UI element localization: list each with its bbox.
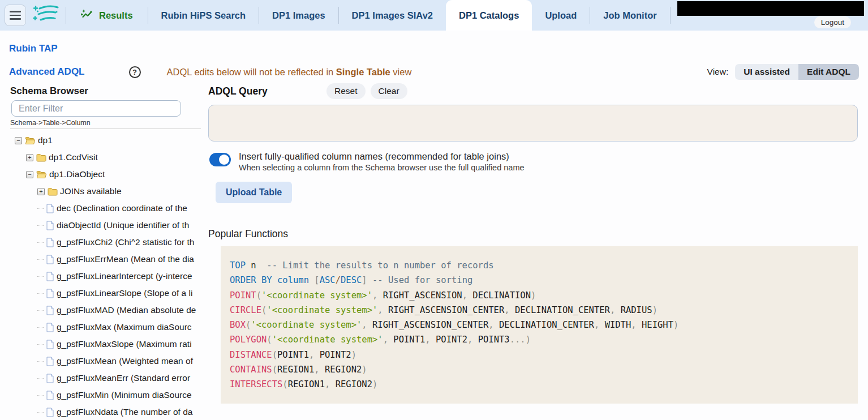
document-icon xyxy=(46,357,54,366)
firefly-logo-icon xyxy=(29,0,66,31)
code-line: DISTANCE(POINT1, POINT2) xyxy=(230,348,858,362)
code-line: POLYGON('<coordinate system>', POINT1, P… xyxy=(230,332,858,347)
fully-qualified-toggle-row: Insert fully-qualified column names (rec… xyxy=(209,151,525,172)
tree-item-g-psffluxlinearintercept-y-interce[interactable]: g_psfFluxLinearIntercept (y-interce xyxy=(0,268,203,285)
tree-item-g-psffluxmax-maximum-diasourc[interactable]: g_psfFluxMax (Maximum diaSourc xyxy=(0,319,203,336)
folder-open-icon xyxy=(25,136,36,145)
divider xyxy=(670,7,671,24)
tree-item-joins-available[interactable]: +JOINs available xyxy=(0,183,203,200)
tree-connector xyxy=(37,310,44,311)
tree-item-g-psffluxmean-weighted-mean-of[interactable]: g_psfFluxMean (Weighted mean of xyxy=(0,353,203,370)
tree-connector xyxy=(37,395,44,396)
tree-item-g-psffluxmad-median-absolute-de[interactable]: g_psfFluxMAD (Median absolute de xyxy=(0,302,203,319)
document-icon xyxy=(46,238,54,247)
tree-connector xyxy=(37,412,44,413)
adql-query-header: ADQL Query Reset Clear xyxy=(208,83,412,99)
tree-item-label: g_psfFluxChi2 (Chi^2 statistic for th xyxy=(57,237,194,247)
tree-item-diaobjectid-unique-identifier-of-th[interactable]: diaObjectId (Unique identifier of th xyxy=(0,217,203,234)
tree-connector xyxy=(37,225,44,226)
clear-button[interactable]: Clear xyxy=(371,83,407,99)
schema-browser-title: Schema Browser xyxy=(10,85,203,97)
folder-closed-icon xyxy=(36,153,46,162)
hamburger-menu-button[interactable] xyxy=(5,5,26,26)
view-edit-adql-button[interactable]: Edit ADQL xyxy=(798,64,859,80)
tree-expand-toggle[interactable]: − xyxy=(26,171,33,178)
popular-functions-code: TOP n -- Limit the results to n number o… xyxy=(221,246,858,404)
tab-dp1-images-siav2[interactable]: DP1 Images SIAv2 xyxy=(339,0,446,31)
tree-item-label: dp1.CcdVisit xyxy=(49,152,98,162)
page-title: Rubin TAP xyxy=(9,43,58,54)
tree-item-g-psffluxmeanerr-standard-error[interactable]: g_psfFluxMeanErr (Standard error xyxy=(0,370,203,387)
tree-item-label: g_psfFluxNdata (The number of da xyxy=(57,407,192,417)
schema-browser-panel: Schema Browser Schema->Table->Column −dp… xyxy=(0,81,203,420)
folder-open-icon xyxy=(36,170,47,179)
tree-item-dec-declination-coordinate-of-the[interactable]: dec (Declination coordinate of the xyxy=(0,200,203,217)
tree-item-dp1-ccdvisit[interactable]: +dp1.CcdVisit xyxy=(0,149,203,166)
view-ui-assisted-button[interactable]: UI assisted xyxy=(735,64,798,80)
document-icon xyxy=(46,391,54,400)
tree-item-label: g_psfFluxMin (Minimum diaSource xyxy=(57,390,192,400)
tree-item-label: g_psfFluxLinearIntercept (y-interce xyxy=(57,271,192,281)
tree-item-label: g_psfFluxMean (Weighted mean of xyxy=(57,356,193,366)
tab-dp1-catalogs[interactable]: DP1 Catalogs xyxy=(446,0,532,31)
tab-dp1-images[interactable]: DP1 Images xyxy=(259,0,338,31)
help-icon[interactable]: ? xyxy=(129,66,141,78)
toggle-label: Insert fully-qualified column names (rec… xyxy=(239,151,525,162)
tree-expand-toggle[interactable]: + xyxy=(37,188,45,195)
tree-item-g-psffluxmin-minimum-diasource[interactable]: g_psfFluxMin (Minimum diaSource xyxy=(0,387,203,404)
popular-functions-title: Popular Functions xyxy=(208,228,288,240)
adql-query-title: ADQL Query xyxy=(208,85,326,97)
tab-results[interactable]: Results xyxy=(66,0,148,31)
document-icon xyxy=(46,221,54,230)
tree-expand-toggle[interactable]: − xyxy=(15,137,22,144)
tree-connector xyxy=(37,242,44,243)
tree-item-g-psffluxlinearslope-slope-of-a-li[interactable]: g_psfFluxLinearSlope (Slope of a li xyxy=(0,285,203,302)
document-icon xyxy=(46,272,54,281)
code-line: BOX('<coordinate system>', RIGHT_ASCENSI… xyxy=(230,318,858,332)
view-label: View: xyxy=(707,67,729,77)
tree-item-label: dp1.DiaObject xyxy=(49,169,105,179)
tree-item-g-psffluxchi2-chi-2-statistic-for-th[interactable]: g_psfFluxChi2 (Chi^2 statistic for th xyxy=(0,234,203,251)
tree-item-g-psffluxmaxslope-maximum-rati[interactable]: g_psfFluxMaxSlope (Maximum rati xyxy=(0,336,203,353)
tree-expand-toggle[interactable]: + xyxy=(26,154,33,161)
tree-item-g-psffluxndata-the-number-of-da[interactable]: g_psfFluxNdata (The number of da xyxy=(0,404,203,420)
adql-query-textarea[interactable] xyxy=(208,105,858,142)
view-toggle-group: View: UI assisted Edit ADQL xyxy=(707,64,859,80)
upload-table-button[interactable]: Upload Table xyxy=(216,182,292,203)
tree-item-label: diaObjectId (Unique identifier of th xyxy=(57,220,189,230)
tree-connector xyxy=(37,208,44,209)
tree-item-dp1-diaobject[interactable]: −dp1.DiaObject xyxy=(0,166,203,183)
code-line: CIRCLE('<coordinate system>', RIGHT_ASCE… xyxy=(230,303,858,318)
tree-item-label: g_psfFluxMaxSlope (Maximum rati xyxy=(57,339,192,349)
divider xyxy=(10,128,201,129)
tree-item-g-psffluxerrmean-mean-of-the-dia[interactable]: g_psfFluxErrMean (Mean of the dia xyxy=(0,251,203,268)
tab-rubin-hips-search[interactable]: Rubin HiPS Search xyxy=(148,0,259,31)
logout-button[interactable]: Logout xyxy=(814,16,851,28)
user-identity-redacted xyxy=(677,1,864,16)
code-line: ORDER BY column [ASC/DESC] -- Used for s… xyxy=(230,273,858,288)
section-title: Advanced ADQL xyxy=(9,66,85,78)
results-chart-icon xyxy=(81,8,94,22)
tree-item-dp1[interactable]: −dp1 xyxy=(0,132,203,149)
fully-qualified-toggle-switch[interactable] xyxy=(209,153,231,166)
tab-job-monitor[interactable]: Job Monitor xyxy=(590,0,669,31)
tab-upload[interactable]: Upload xyxy=(532,0,590,31)
adql-warning-text: ADQL edits below will not be reflected i… xyxy=(167,67,412,78)
document-icon xyxy=(46,374,54,383)
tree-item-label: dec (Declination coordinate of the xyxy=(57,203,187,213)
code-line: POINT('<coordinate system>', RIGHT_ASCEN… xyxy=(230,288,858,303)
schema-tree: −dp1+dp1.CcdVisit−dp1.DiaObject+JOINs av… xyxy=(0,132,203,420)
document-icon xyxy=(46,408,54,417)
tree-connector xyxy=(37,327,44,328)
folder-closed-icon xyxy=(48,187,58,196)
toggle-hint: When selecting a column from the Schema … xyxy=(239,163,525,172)
code-line: CONTAINS(REGION1, REGION2) xyxy=(230,362,858,377)
reset-button[interactable]: Reset xyxy=(326,83,366,99)
tree-connector xyxy=(37,378,44,379)
tree-item-label: JOINs available xyxy=(60,186,122,196)
schema-filter-input[interactable] xyxy=(11,100,181,117)
document-icon xyxy=(46,340,54,349)
toggle-knob xyxy=(219,155,229,165)
tree-connector xyxy=(37,293,44,294)
tree-connector xyxy=(37,361,44,362)
